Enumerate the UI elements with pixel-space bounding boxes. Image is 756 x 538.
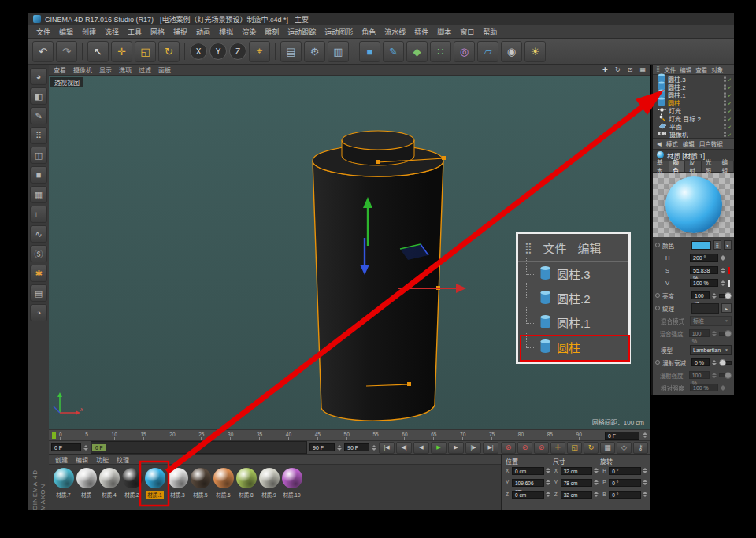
back-icon[interactable]: ◀ — [657, 140, 662, 147]
value-slider[interactable] — [719, 332, 732, 336]
tab-3[interactable]: 反射 — [685, 161, 702, 172]
visibility-dots[interactable] — [724, 84, 726, 90]
menu-item-5[interactable]: 网格 — [150, 27, 165, 37]
autokey-button[interactable]: ⊘ — [517, 442, 532, 454]
texture-browse-button[interactable]: ▸ — [721, 303, 732, 313]
coord-spinner[interactable] — [594, 492, 598, 497]
coord-spinner[interactable] — [546, 492, 550, 497]
visibility-dots[interactable] — [724, 124, 726, 129]
material-menu-item-2[interactable]: 功能 — [96, 455, 109, 464]
tab-2[interactable]: 颜色 — [669, 161, 686, 172]
enabled-check[interactable]: ✓ — [728, 132, 732, 137]
enabled-check[interactable]: ✓ — [728, 92, 732, 98]
axis-mode-icon[interactable]: ∟ — [30, 206, 47, 223]
value-spinner[interactable] — [721, 255, 725, 261]
array-icon[interactable]: ∷ — [430, 41, 451, 62]
coord-value-field[interactable]: 0 ° — [609, 467, 641, 475]
goto-end-button[interactable]: ▶| — [483, 442, 498, 454]
workplane-icon[interactable]: ▤ — [30, 284, 47, 302]
value-slider[interactable] — [719, 294, 732, 298]
material-item[interactable]: 材质.2 — [120, 468, 143, 499]
edge-mode-icon[interactable]: ◫ — [30, 147, 47, 164]
value-spinner[interactable] — [712, 373, 717, 378]
record-position-button[interactable]: ✛ — [550, 442, 565, 454]
menu-item-7[interactable]: 动画 — [196, 27, 210, 37]
mode-tab-0[interactable]: 模式 — [666, 139, 678, 148]
viewport-menu-item-2[interactable]: 显示 — [99, 65, 112, 74]
value-field[interactable]: 100 % — [691, 291, 710, 299]
render-settings-icon[interactable]: ⚙ — [304, 41, 325, 62]
enabled-check[interactable]: ✓ — [728, 76, 732, 82]
color-swatch[interactable] — [691, 241, 711, 250]
value-slider[interactable] — [719, 361, 732, 365]
end-frame-field[interactable]: 90 F — [309, 443, 335, 451]
coord-system-icon[interactable]: ⌖ — [249, 41, 270, 62]
coord-value-field[interactable]: 0 ° — [609, 479, 641, 487]
value-spinner[interactable] — [712, 331, 717, 336]
subdivision-icon[interactable]: ◆ — [406, 41, 428, 62]
material-item[interactable]: 材质.8 — [235, 468, 258, 499]
mode-tab-2[interactable]: 用户数据 — [699, 139, 723, 148]
record-keyframe-button[interactable]: ⊘ — [501, 442, 516, 454]
environment-icon[interactable]: ▱ — [477, 41, 498, 62]
texture-link-field[interactable] — [691, 303, 719, 314]
coord-value-field[interactable]: 32 cm — [561, 491, 593, 499]
record-parameter-button[interactable]: ▦ — [600, 442, 615, 454]
object-row[interactable]: 摄像机✓ — [653, 130, 734, 138]
value-spinner[interactable] — [721, 385, 725, 391]
goto-start-button[interactable]: |◀ — [379, 442, 395, 454]
redo-icon[interactable]: ↷ — [56, 41, 77, 62]
coord-value-field[interactable]: 0 cm — [512, 491, 544, 499]
visibility-dots[interactable] — [724, 108, 726, 113]
object-menu-item-0[interactable]: 文件 — [664, 65, 676, 74]
next-frame-button[interactable]: ▶ — [448, 442, 464, 454]
toggle-view-icon[interactable]: ▦ — [639, 66, 646, 73]
menu-item-17[interactable]: 窗口 — [460, 27, 474, 37]
coord-value-field[interactable]: 0 ° — [609, 491, 641, 499]
enabled-check[interactable]: ✓ — [728, 108, 732, 113]
z-axis-button[interactable]: Z — [229, 43, 246, 60]
enabled-check[interactable]: ✓ — [728, 100, 732, 106]
select-tool-icon[interactable]: ↖ — [87, 41, 109, 62]
menu-item-6[interactable]: 捕捉 — [173, 27, 187, 37]
value-spinner[interactable] — [712, 360, 717, 365]
next-key-button[interactable]: |▶ — [465, 442, 481, 454]
range-end-field[interactable]: 90 F — [344, 443, 369, 451]
material-item[interactable]: 材质.3 — [166, 468, 189, 499]
visibility-dots[interactable] — [724, 92, 726, 98]
coord-spinner[interactable] — [643, 492, 647, 497]
convert-editable-icon[interactable]: ◕ — [30, 68, 47, 85]
timeline-ruler[interactable]: 051015202530354045505560657075808590 0 F — [49, 429, 650, 440]
play-button[interactable]: ▶ — [431, 442, 447, 454]
viewport-menu-item-4[interactable]: 过滤 — [139, 65, 151, 74]
menu-item-11[interactable]: 运动跟踪 — [287, 27, 316, 37]
animation-dot[interactable] — [655, 243, 660, 247]
visibility-dots[interactable] — [724, 76, 726, 82]
menu-item-14[interactable]: 流水线 — [384, 27, 406, 37]
current-frame-marker[interactable] — [52, 432, 56, 439]
menu-item-13[interactable]: 角色 — [361, 27, 376, 37]
value-spinner[interactable] — [712, 293, 717, 299]
material-menu-item-3[interactable]: 纹理 — [117, 455, 129, 464]
object-menu-item-3[interactable]: 对象 — [711, 65, 723, 74]
menu-item-16[interactable]: 脚本 — [437, 27, 451, 37]
menu-item-2[interactable]: 创建 — [82, 27, 96, 37]
value-spinner[interactable] — [721, 268, 725, 273]
coord-spinner[interactable] — [546, 480, 550, 485]
coord-value-field[interactable]: 109.606 cm — [512, 479, 544, 487]
rotate-tool-icon[interactable]: ↻ — [158, 41, 180, 62]
value-field[interactable]: 100 % — [689, 329, 710, 337]
visibility-dots[interactable] — [724, 132, 726, 137]
enabled-check[interactable]: ✓ — [728, 84, 732, 90]
value-field[interactable]: 100 % — [690, 384, 718, 391]
inset-menu-item-0[interactable]: 文件 — [543, 239, 567, 256]
keyframe-selection-button[interactable]: ⊘ — [534, 442, 549, 454]
model-mode-icon[interactable]: ◧ — [30, 87, 47, 105]
orbit-view-icon[interactable]: ↻ — [615, 66, 621, 73]
point-mode-icon[interactable]: ⠿ — [30, 127, 47, 144]
menu-item-1[interactable]: 编辑 — [59, 27, 73, 37]
mode-tab-1[interactable]: 编辑 — [683, 139, 695, 148]
material-menu-item-1[interactable]: 编辑 — [76, 455, 88, 464]
scrubber-handle[interactable]: 0 F — [92, 444, 106, 451]
coord-value-field[interactable]: 78 cm — [561, 479, 593, 487]
